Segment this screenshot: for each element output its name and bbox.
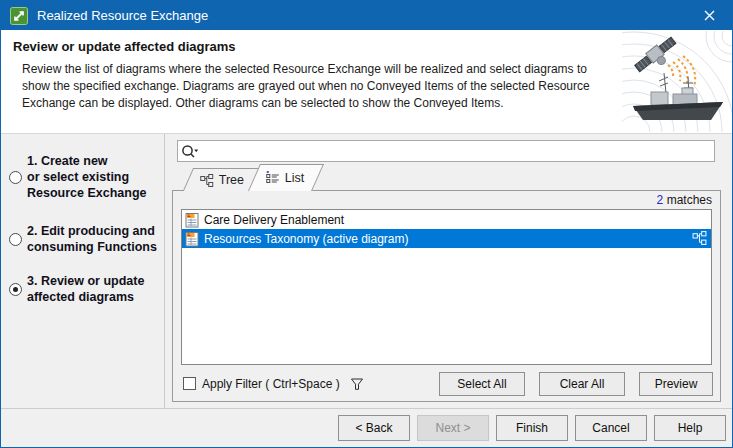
search-input[interactable] bbox=[200, 142, 714, 160]
cancel-button[interactable]: Cancel bbox=[575, 415, 647, 441]
search-box[interactable] bbox=[177, 140, 715, 162]
funnel-icon bbox=[350, 377, 364, 391]
step-3-radio[interactable] bbox=[9, 283, 22, 296]
list-item-label: Resources Taxonomy (active diagram) bbox=[204, 232, 409, 246]
diagram-list-panel: 2 matches Care Delivery Enablement bbox=[172, 190, 721, 402]
dialog-footer: < Back Next > Finish Cancel Help bbox=[1, 408, 732, 447]
step-3-label: 3. Review or update affected diagrams bbox=[27, 273, 144, 305]
tree-hierarchy-icon bbox=[200, 174, 214, 187]
step-create-resource-exchange[interactable]: 1. Create new or select existing Resourc… bbox=[9, 153, 164, 201]
title-bar: Realized Resource Exchange bbox=[1, 1, 732, 30]
wizard-header: Review or update affected diagrams Revie… bbox=[1, 30, 732, 134]
preview-button[interactable]: Preview bbox=[639, 372, 713, 396]
help-button[interactable]: Help bbox=[654, 415, 726, 441]
view-tabs: Tree List bbox=[179, 164, 319, 191]
dropdown-arrow-icon bbox=[194, 149, 198, 152]
realized-resource-exchange-dialog: Realized Resource Exchange Review or upd… bbox=[0, 0, 733, 448]
page-description: Review the list of diagrams where the se… bbox=[22, 61, 616, 112]
apply-filter-checkbox[interactable] bbox=[183, 377, 196, 390]
filter-and-actions-row: Apply Filter ( Ctrl+Space ) Select All C… bbox=[183, 371, 713, 396]
select-all-button[interactable]: Select All bbox=[439, 372, 525, 396]
clear-all-button[interactable]: Clear All bbox=[539, 372, 625, 396]
main-content: Tree List 2 matches bbox=[165, 134, 732, 447]
wizard-steps-sidebar: 1. Create new or select existing Resourc… bbox=[1, 134, 165, 410]
window-title: Realized Resource Exchange bbox=[37, 8, 208, 23]
search-icon bbox=[181, 144, 200, 159]
satellite-ship-illustration bbox=[622, 31, 732, 132]
diagram-document-icon bbox=[184, 212, 200, 228]
list-item[interactable]: Resources Taxonomy (active diagram) bbox=[182, 229, 711, 248]
list-icon bbox=[266, 171, 280, 185]
close-button[interactable] bbox=[687, 1, 732, 30]
tab-tree-label: Tree bbox=[219, 173, 244, 187]
match-count-label: matches bbox=[667, 193, 712, 207]
step-review-diagrams[interactable]: 3. Review or update affected diagrams bbox=[9, 273, 164, 305]
back-button[interactable]: < Back bbox=[338, 415, 410, 441]
match-count: 2 matches bbox=[657, 193, 712, 207]
open-in-tree-icon[interactable] bbox=[692, 231, 707, 245]
step-1-radio[interactable] bbox=[9, 171, 22, 184]
page-title: Review or update affected diagrams bbox=[13, 39, 236, 54]
ship-icon bbox=[633, 73, 723, 120]
diagram-app-icon bbox=[10, 7, 28, 25]
diagram-list[interactable]: Care Delivery Enablement bbox=[181, 209, 712, 365]
list-item[interactable]: Care Delivery Enablement bbox=[182, 210, 711, 229]
diagram-document-icon bbox=[184, 231, 200, 247]
tab-list-label: List bbox=[285, 171, 304, 185]
tab-list[interactable]: List bbox=[248, 164, 324, 191]
apply-filter-label: Apply Filter ( Ctrl+Space ) bbox=[202, 377, 340, 391]
close-icon bbox=[704, 10, 715, 21]
match-count-number: 2 bbox=[657, 193, 664, 207]
step-1-label: 1. Create new or select existing Resourc… bbox=[27, 153, 147, 201]
step-2-radio[interactable] bbox=[9, 233, 22, 246]
finish-button[interactable]: Finish bbox=[496, 415, 568, 441]
next-button[interactable]: Next > bbox=[417, 415, 489, 441]
list-item-label: Care Delivery Enablement bbox=[204, 213, 344, 227]
step-edit-functions[interactable]: 2. Edit producing and consuming Function… bbox=[9, 223, 164, 255]
filter-funnel-button[interactable] bbox=[350, 377, 364, 391]
step-2-label: 2. Edit producing and consuming Function… bbox=[27, 223, 157, 255]
